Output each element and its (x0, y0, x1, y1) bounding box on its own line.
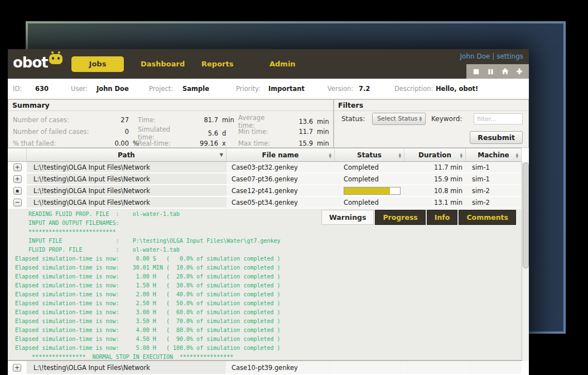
stat-value: 27 (98, 116, 129, 124)
table-rows-continued: +L:\!testing\OLGA Input Files\NetworkCas… (8, 361, 529, 374)
expand-stop-button[interactable]: ■ (13, 187, 22, 195)
nav-jobs[interactable]: Jobs (71, 56, 124, 72)
status-cell (335, 361, 404, 374)
tab-warnings[interactable]: Warnings (321, 210, 374, 225)
status-cell: Completed (335, 174, 404, 184)
status-select[interactable]: Select Status ▲▼ (372, 113, 426, 125)
sort-updown-icon: ▲▼ (460, 152, 462, 158)
summary-stat: Average time:13.6min (238, 114, 331, 126)
app-header: obot JobsDashboardReportsAdmin John Doe … (8, 49, 529, 79)
job-info-label: User: (71, 85, 97, 93)
tab-comments[interactable]: Comments (459, 210, 516, 225)
expand-plus-button[interactable]: + (13, 175, 22, 183)
sort-updown-icon: ▲▼ (398, 152, 401, 158)
job-info-value: Important (268, 85, 319, 93)
stat-label: Time: (138, 116, 187, 124)
stat-value: 5.6 (187, 129, 218, 137)
tab-info[interactable]: Info (427, 210, 458, 225)
file-name-cell: Case05-pt34.genkey (226, 197, 335, 208)
settings-link[interactable]: settings (497, 52, 523, 60)
job-info-value: Hello, obot! (436, 85, 478, 93)
path-cell: L:\!testing\OLGA Input Files\Network (27, 361, 226, 374)
job-info-value: John Doe (97, 85, 140, 93)
job-info-label: Description: (394, 85, 436, 93)
filters-panel: Filters Status: Select Status ▲▼ Keyword… (334, 99, 529, 148)
duration-cell: 10.8 min (404, 185, 466, 196)
log-console: READING FLUID PROP. FILE : ol-water-1.ta… (8, 209, 522, 361)
expand-cell: + (8, 162, 27, 172)
tab-progress[interactable]: Progress (375, 210, 425, 225)
stat-value: 0.00 (98, 140, 129, 147)
table-row: −L:\!testing\OLGA Input Files\NetworkCas… (8, 197, 522, 209)
expand-cell: ■ (8, 185, 27, 196)
obot-logo: obot (13, 54, 48, 71)
job-info-value: 7.2 (359, 85, 385, 93)
job-info-value: 630 (35, 85, 62, 93)
plus-button[interactable] (514, 67, 524, 76)
expand-plus-button[interactable]: + (13, 364, 21, 372)
expand-cell: + (8, 174, 27, 184)
job-info-label: Project: (149, 85, 182, 93)
column-header-machine[interactable]: Machine▲▼ (466, 148, 522, 161)
column-header-file-name[interactable]: File name▲▼ (226, 148, 335, 161)
stat-unit: x (218, 140, 236, 147)
stop-icon (473, 68, 480, 75)
file-name-cell: Case03-pt32.genkey (226, 162, 335, 172)
column-header-path[interactable]: Path▼ (27, 148, 226, 161)
progress-bar-fill (344, 188, 390, 194)
nav-reports[interactable]: Reports (201, 60, 233, 68)
user-link[interactable]: John Doe (460, 52, 490, 60)
expand-cell: + (8, 361, 27, 374)
pause-icon (487, 68, 494, 75)
job-info-label: ID: (13, 85, 35, 93)
job-info-field: Version:7.2 (327, 85, 385, 93)
summary-col-2: Average time:13.6minMin time:11.7minMax … (238, 114, 331, 149)
summary-stat: Number of cases:27 (13, 114, 147, 126)
stat-unit: min (313, 128, 331, 136)
pause-button[interactable] (485, 67, 495, 76)
duration-cell (404, 361, 466, 374)
path-cell: L:\!testing\OLGA Input Files\Network (27, 197, 226, 208)
path-cell: L:\!testing\OLGA Input Files\Network (27, 162, 226, 172)
stat-value: 0 (98, 128, 129, 136)
expand-cell: − (8, 197, 27, 208)
summary-stat: Max time:15.9min (238, 137, 331, 149)
resubmit-button[interactable]: Resubmit (470, 131, 523, 144)
job-info-label: Priority: (236, 85, 268, 93)
sort-down-arrow: ▼ (398, 155, 401, 158)
filters-title: Filters (334, 100, 528, 111)
nav-admin[interactable]: Admin (269, 60, 296, 68)
column-header-status[interactable]: Status▲▼ (335, 148, 404, 161)
obot-app-window: obot JobsDashboardReportsAdmin John Doe … (8, 49, 529, 375)
path-cell: L:\!testing\OLGA Input Files\Network (27, 174, 226, 184)
select-updown-icon: ▲▼ (419, 116, 422, 121)
keyword-filter-label: Keyword: (431, 115, 462, 123)
robot-icon (49, 54, 62, 64)
table-row: +L:\!testing\OLGA Input Files\NetworkCas… (8, 361, 529, 374)
summary-stat: Time:81.7min (138, 114, 236, 126)
table-scrollbar[interactable] (522, 162, 529, 361)
expand-minus-button[interactable]: − (13, 199, 22, 206)
job-info-field: ID:630 (13, 85, 62, 93)
keyword-input[interactable] (474, 113, 523, 124)
stop-button[interactable] (471, 67, 481, 76)
status-select-value: Select Status (377, 115, 417, 122)
machine-cell: sim-1 (466, 162, 522, 172)
sort-down-arrow: ▼ (329, 155, 331, 158)
sort-updown-icon: ▲▼ (515, 152, 518, 158)
table-row: +L:\!testing\OLGA Input Files\NetworkCas… (8, 162, 522, 174)
expand-plus-button[interactable]: + (13, 164, 22, 171)
home-button[interactable] (500, 67, 510, 76)
column-header-duration[interactable]: Duration▲▼ (404, 148, 466, 161)
table-scrollbar-thumb[interactable] (523, 162, 529, 268)
file-name-cell: Case07-pt36.genkey (226, 174, 335, 184)
path-cell: L:\!testing\OLGA Input Files\Network (27, 185, 226, 196)
summary-panel: Summary Number of cases:27Number of fail… (8, 99, 334, 148)
status-filter-label: Status: (341, 115, 365, 123)
summary-title: Summary (8, 100, 333, 111)
summary-col-1: Time:81.7minSimulated time:5.6dReal-time… (138, 114, 236, 149)
summary-stat: Number of failed cases:0 (13, 126, 147, 137)
nav-dashboard[interactable]: Dashboard (141, 60, 185, 68)
summary-col-0: Number of cases:27Number of failed cases… (13, 114, 147, 149)
sort-down-arrow: ▼ (460, 155, 462, 158)
